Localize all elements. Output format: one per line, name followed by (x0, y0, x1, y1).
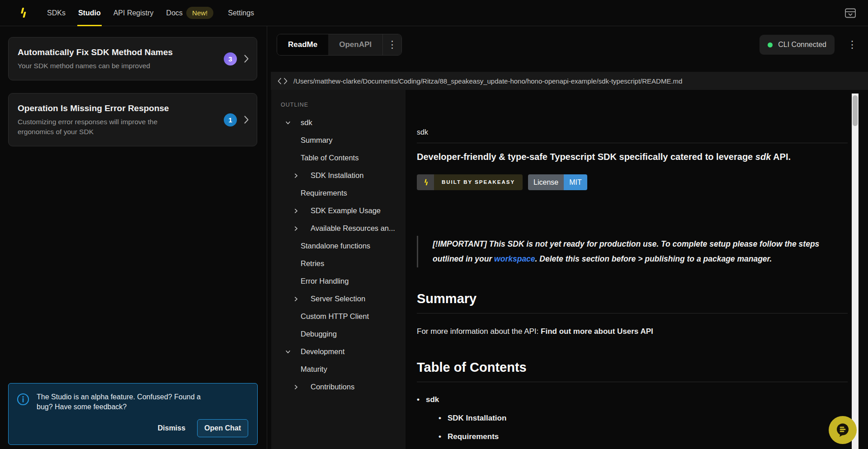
outline-item-development[interactable]: Development (281, 343, 406, 360)
tab-openapi[interactable]: OpenAPI (328, 34, 382, 55)
file-path: /Users/matthew-clarke/Documents/Coding/R… (293, 77, 682, 85)
outline-item-maturity[interactable]: Maturity (281, 360, 406, 378)
toc-list: •sdk •SDK Installation •Requirements (417, 395, 848, 441)
tabs-menu-button[interactable]: ⋮ (382, 34, 401, 55)
workspace-link[interactable]: workspace (494, 254, 535, 263)
outline-item-server-selection[interactable]: Server Selection (281, 290, 406, 308)
scrollbar-thumb[interactable] (853, 95, 858, 126)
chat-fab-button[interactable] (829, 416, 857, 444)
chevron-down-icon[interactable] (285, 349, 301, 355)
file-tabs: ReadMe OpenAPI ⋮ (277, 34, 402, 56)
outline-item-table-of-contents[interactable]: Table of Contents (281, 149, 406, 167)
outline-item-available-resources[interactable]: Available Resources an... (281, 220, 406, 237)
issue-card-missing-error-response[interactable]: Operation Is Missing Error Response Cust… (8, 93, 257, 146)
outline-item-summary[interactable]: Summary (281, 131, 406, 149)
new-badge: New! (186, 7, 213, 19)
nav-item-settings[interactable]: Settings (222, 0, 260, 26)
issue-title: Operation Is Missing Error Response (18, 103, 177, 114)
status-dot-icon (768, 42, 773, 47)
chevron-down-icon[interactable] (285, 120, 301, 126)
divider (417, 143, 848, 143)
outline-item-requirements[interactable]: Requirements (281, 184, 406, 202)
readme-lead: Developer-friendly & type-safe Typescrip… (417, 152, 848, 162)
main-menu-button[interactable]: ⋮ (847, 40, 857, 50)
outline-item-custom-http-client[interactable]: Custom HTTP Client (281, 308, 406, 325)
info-icon (17, 393, 29, 412)
outline-item-sdk-example-usage[interactable]: SDK Example Usage (281, 202, 406, 220)
divider (417, 382, 848, 382)
license-badge: License MIT (528, 174, 587, 190)
tab-readme[interactable]: ReadMe (277, 34, 328, 55)
alpha-feature-alert: The Studio is an alpha feature. Confused… (8, 383, 258, 445)
outline-item-error-handling[interactable]: Error Handling (281, 272, 406, 290)
toc-item-sdk-installation: •SDK Installation (417, 414, 848, 423)
outline-item-sdk-installation[interactable]: SDK Installation (281, 167, 406, 184)
issue-subtitle: Your SDK method names can be improved (18, 61, 177, 71)
outline-item-standalone-functions[interactable]: Standalone functions (281, 237, 406, 255)
cli-status-badge: CLI Connected (760, 35, 835, 55)
built-by-speakeasy-badge: BUILT BY SPEAKEASY (417, 174, 523, 190)
badge-row: BUILT BY SPEAKEASY License MIT (417, 174, 848, 190)
cli-status-label: CLI Connected (778, 41, 826, 49)
studio-main: ReadMe OpenAPI ⋮ CLI Connected ⋮ (267, 26, 868, 449)
outline-item-debugging[interactable]: Debugging (281, 325, 406, 343)
dismiss-button[interactable]: Dismiss (158, 424, 185, 432)
summary-paragraph: For more information about the API: Find… (417, 327, 848, 336)
outline-item-sdk[interactable]: sdk (281, 114, 406, 131)
chevron-right-icon (244, 116, 249, 124)
speakeasy-logo-icon[interactable] (17, 6, 29, 20)
code-brackets-icon (278, 78, 288, 84)
outline-item-retries[interactable]: Retries (281, 255, 406, 272)
toc-item-requirements: •Requirements (417, 432, 848, 441)
alert-text: The Studio is an alpha feature. Confused… (37, 392, 213, 412)
toc-item-sdk: •sdk (417, 395, 848, 404)
chevron-right-icon[interactable] (293, 296, 311, 302)
issue-count-badge: 1 (224, 113, 237, 126)
issues-panel: Automatically Fix SDK Method Names Your … (0, 26, 267, 449)
readme-content: sdk Developer-friendly & type-safe Types… (406, 90, 868, 449)
tray-panel-icon[interactable] (844, 8, 856, 19)
summary-heading: Summary (417, 291, 848, 306)
top-navbar: SDKs Studio API Registry Docs New! Setti… (0, 0, 868, 26)
chevron-right-icon[interactable] (293, 384, 311, 390)
chevron-right-icon[interactable] (293, 173, 311, 179)
open-chat-button[interactable]: Open Chat (197, 419, 248, 437)
file-path-bar: /Users/matthew-clarke/Documents/Coding/R… (271, 72, 868, 90)
outline-heading: OUTLINE (281, 102, 406, 108)
speakeasy-logo-icon (417, 174, 434, 190)
content-scrollbar[interactable] (852, 94, 859, 449)
issue-count-badge: 3 (224, 52, 237, 65)
divider (417, 313, 848, 313)
nav-item-sdks[interactable]: SDKs (41, 0, 72, 26)
package-name: sdk (417, 128, 848, 136)
speech-bubble-icon (835, 422, 851, 438)
outline-sidebar: OUTLINE sdk Summary Table of Contents SD… (271, 90, 406, 449)
outline-item-contributions[interactable]: Contributions (281, 378, 406, 396)
nav-item-studio[interactable]: Studio (72, 0, 107, 26)
toc-heading: Table of Contents (417, 360, 848, 375)
chevron-right-icon (244, 55, 249, 63)
issue-subtitle: Customizing error responses will improve… (18, 117, 177, 137)
nav-item-docs[interactable]: Docs (160, 0, 185, 26)
chevron-right-icon[interactable] (293, 225, 311, 232)
toolbar: ReadMe OpenAPI ⋮ CLI Connected ⋮ (277, 34, 857, 56)
chevron-right-icon[interactable] (293, 208, 311, 214)
important-blockquote: [!IMPORTANT] This SDK is not yet ready f… (417, 236, 848, 267)
issue-card-fix-method-names[interactable]: Automatically Fix SDK Method Names Your … (8, 37, 257, 80)
kebab-icon: ⋮ (387, 40, 397, 50)
nav-item-api-registry[interactable]: API Registry (107, 0, 160, 26)
issue-title: Automatically Fix SDK Method Names (18, 47, 177, 58)
